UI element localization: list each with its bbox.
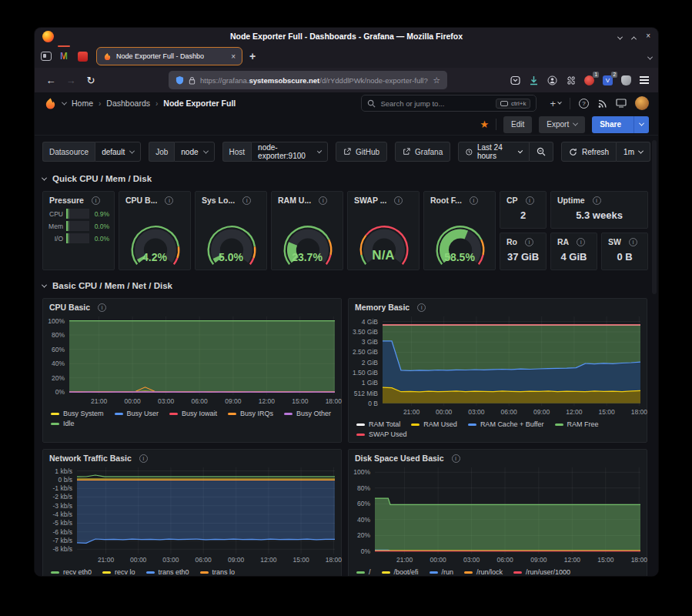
legend-item[interactable]: / [356,568,371,576]
info-icon[interactable] [165,196,173,205]
legend-item[interactable]: trans eth0 [146,568,189,576]
edit-button[interactable]: Edit [503,116,532,133]
y-tick-label: 60% [357,500,370,507]
legend-item[interactable]: /run/user/1000 [513,568,570,576]
info-icon[interactable] [92,196,100,205]
panel-cpu-cores: CP 2 [500,191,547,229]
x-tick-label: 15:00 [293,556,309,564]
legend-swatch [169,413,178,415]
legend-item[interactable]: RAM Cache + Buffer [468,420,544,428]
user-avatar[interactable] [635,96,649,110]
github-link-button[interactable]: GitHub [336,142,387,162]
info-icon[interactable] [319,196,327,205]
window-minimize-button[interactable] [618,29,622,43]
org-switcher-chevron-icon[interactable] [62,99,67,105]
y-axis-labels: 1 kb/s0 b/s-1 kb/s-2 kb/s-3 kb/s-4 kb/s-… [43,467,77,554]
plot-area[interactable] [69,316,335,395]
legend-item[interactable]: trans lo [200,568,236,576]
legend-item[interactable]: SWAP Used [356,430,407,438]
section-basic-cpu-mem-net-disk[interactable]: Basic CPU / Mem / Net / Disk [42,276,650,295]
tv-icon[interactable] [616,99,627,108]
favorite-star-icon[interactable]: ★ [480,119,489,130]
legend-item[interactable]: Busy Iowait [169,410,217,417]
legend-item[interactable]: Busy IRQs [228,410,273,417]
datasource-variable[interactable]: Datasource default [42,142,141,162]
info-icon[interactable] [525,238,533,246]
tracking-shield-icon[interactable] [176,75,184,85]
extension-red[interactable]: 1 [584,75,594,85]
reload-button[interactable]: ↻ [84,75,98,86]
info-icon[interactable] [452,454,460,463]
info-icon[interactable] [139,454,148,463]
job-variable[interactable]: Job node [149,142,214,162]
pinned-tab-gmail[interactable]: M [59,45,69,68]
legend-item[interactable]: Busy Other [284,410,331,417]
bookmark-star-icon[interactable]: ☆ [433,75,440,85]
search-input[interactable]: Search or jump to... ctrl+k [361,95,537,112]
tab-close-icon[interactable]: × [231,52,236,61]
info-icon[interactable] [526,196,534,205]
plot-area[interactable] [77,467,335,554]
add-button[interactable]: + [550,98,561,109]
info-icon[interactable] [629,238,637,246]
info-icon[interactable] [417,303,426,312]
help-icon[interactable] [579,99,589,109]
info-icon[interactable] [98,303,106,312]
url-text[interactable]: https://grafana.systemsobscure.net/d/rYd… [200,76,428,85]
menu-icon[interactable] [640,76,649,84]
legend-item[interactable]: Busy System [51,410,104,417]
share-options-chevron-icon[interactable] [633,116,649,133]
gray-extension-icon[interactable] [621,75,631,85]
refresh-interval-dropdown[interactable]: 1m [617,142,650,162]
legend-item[interactable]: recv lo [102,568,135,576]
legend-item[interactable]: Idle [51,420,75,427]
info-icon[interactable] [577,238,585,246]
window-close-button[interactable]: × [646,32,650,40]
panel-sys-load: Sys Lo... 5.0% [195,191,267,270]
legend-item[interactable]: /run/lock [464,568,503,576]
extensions-icon[interactable] [566,75,576,85]
plot-area[interactable] [375,467,640,554]
legend-swatch [51,571,59,574]
legend-item[interactable]: /run [430,568,454,576]
lock-icon[interactable] [189,76,196,85]
url-bar[interactable]: https://grafana.systemsobscure.net/d/rYd… [169,71,447,89]
legend-item[interactable]: RAM Free [555,420,599,428]
info-icon[interactable] [593,196,601,205]
plot-area[interactable] [383,316,640,406]
info-icon[interactable] [394,196,403,205]
legend-item[interactable]: recv eth0 [51,568,92,576]
new-tab-button[interactable]: + [249,50,256,62]
news-icon[interactable] [597,99,607,109]
host-variable[interactable]: Host node-exporter:9100 [222,142,328,162]
tab-list-chevron-icon[interactable] [648,49,652,63]
gauge-value: N/A [348,248,419,263]
export-button[interactable]: Export [539,116,585,133]
info-icon[interactable] [242,196,251,205]
legend-item[interactable]: /boot/efi [382,568,419,576]
pocket-icon[interactable] [510,75,520,85]
breadcrumb-dashboards[interactable]: Dashboards [106,99,150,108]
share-button[interactable]: Share [592,116,649,133]
scrollbar[interactable] [652,140,657,294]
breadcrumb-home[interactable]: Home [72,99,93,108]
download-icon[interactable] [529,75,539,85]
active-tab[interactable]: Node Exporter Full - Dashbo × [96,47,242,65]
zoom-out-button[interactable] [530,142,553,162]
section-quick-cpu-mem-disk[interactable]: Quick CPU / Mem / Disk [42,169,650,188]
back-button[interactable]: ← [44,75,58,86]
info-icon[interactable] [470,196,478,205]
time-range-picker[interactable]: Last 24 hours [458,142,530,162]
legend-item[interactable]: Busy User [115,410,159,417]
legend-item[interactable]: RAM Used [411,420,457,428]
window-maximize-button[interactable] [632,29,636,43]
legend-item[interactable]: RAM Total [356,420,400,428]
firefox-view-icon[interactable] [41,52,52,61]
forward-button[interactable]: → [64,75,78,86]
account-icon[interactable] [547,75,557,85]
refresh-button[interactable]: Refresh [561,142,617,162]
grafana-logo-icon[interactable] [44,97,57,110]
extension-blue[interactable]: 2 [603,75,613,85]
pinned-tab-red[interactable] [76,45,89,68]
grafana-link-button[interactable]: Grafana [395,142,450,162]
